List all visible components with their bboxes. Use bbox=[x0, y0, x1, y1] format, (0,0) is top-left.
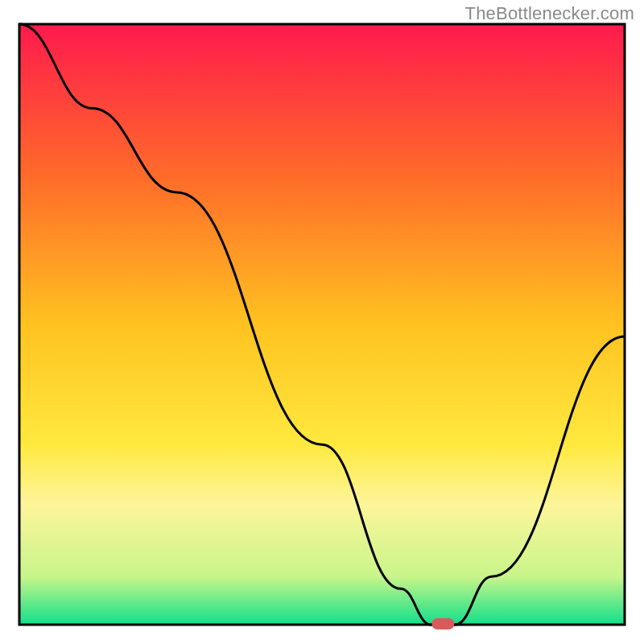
optimal-point-marker bbox=[431, 618, 454, 630]
bottleneck-chart: TheBottlenecker.com bbox=[0, 0, 644, 644]
chart-svg bbox=[0, 0, 644, 644]
